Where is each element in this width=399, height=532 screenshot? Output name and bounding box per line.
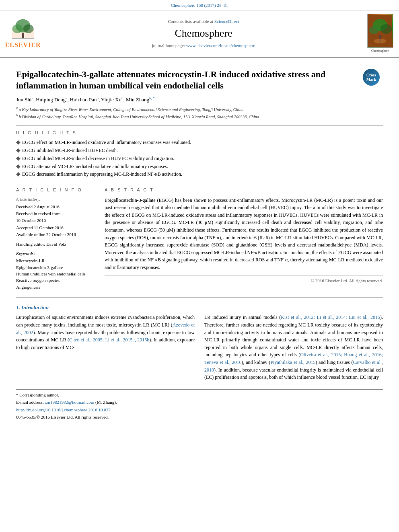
copyright-line: © 2016 Elsevier Ltd. All rights reserved… bbox=[105, 275, 383, 284]
homepage-line: journal homepage: www.elsevier.com/locat… bbox=[45, 43, 362, 49]
journal-citation: Chemosphere 168 (2017) 25–31 bbox=[0, 0, 399, 10]
author-huiping-deng: Huiping Deng bbox=[36, 97, 66, 103]
svg-point-2 bbox=[12, 24, 23, 33]
corresponding-note: * Corresponding author. bbox=[16, 392, 383, 398]
divider-3 bbox=[16, 297, 383, 298]
author-jun-shi: Jun Shi bbox=[16, 97, 32, 103]
svg-rect-4 bbox=[22, 33, 24, 38]
available-date: Available online 22 October 2016 bbox=[16, 232, 97, 238]
revised-label: Received in revised form bbox=[16, 211, 97, 217]
journal-title-display: Chemosphere bbox=[45, 26, 362, 41]
affiliation-b: b b Division of Cardiology, TongRen Hosp… bbox=[16, 113, 383, 120]
author-yinjie-xu: Yinjie Xu bbox=[101, 97, 121, 103]
journal-thumbnail: Chemosphere bbox=[366, 14, 394, 53]
keyword-5: Angiogenesis bbox=[16, 284, 97, 290]
abstract-text: Epigallocatechin-3-gallate (EGCG) has be… bbox=[105, 197, 383, 271]
authors-line: Jun Shia, Huiping Denga, Huichao Panb, Y… bbox=[16, 96, 383, 104]
introduction-heading: 1. Introduction bbox=[16, 304, 383, 311]
email-line: E-mail address: zm19821982@hotmail.com (… bbox=[16, 399, 383, 405]
crossmark-badge: CrossMark bbox=[363, 69, 383, 89]
author-huichao-pan: Huichao Pan bbox=[70, 97, 97, 103]
highlights-section: H I G H L I G H T S ◆ EGCG effect on MC-… bbox=[16, 130, 383, 178]
abstract-column: A B S T R A C T Epigallocatechin-3-galla… bbox=[105, 187, 383, 291]
bullet-2: ◆ bbox=[16, 147, 21, 154]
svg-point-11 bbox=[374, 39, 386, 43]
bullet-5: ◆ bbox=[16, 171, 21, 178]
keywords-label: Keywords: bbox=[16, 251, 97, 257]
keyword-2: Epigallocatechin-3-gallate bbox=[16, 265, 97, 271]
email-address[interactable]: zm19821982@hotmail.com bbox=[45, 400, 94, 405]
received-date: Received 2 August 2016 bbox=[16, 204, 97, 210]
divider-1 bbox=[16, 125, 383, 126]
svg-point-8 bbox=[369, 26, 379, 34]
history-label: Article history: bbox=[16, 197, 97, 202]
bullet-1: ◆ bbox=[16, 139, 21, 146]
intro-left-text: Eutrophication of aquatic environments i… bbox=[16, 314, 195, 351]
highlight-item-4: ◆ EGCG attenuated MC-LR-mediated oxidati… bbox=[16, 163, 383, 170]
intro-right-col: LR induced injury in animal models (Kist… bbox=[204, 314, 383, 381]
article-title: Epigallocatechin-3-gallate attenuates mi… bbox=[16, 69, 383, 92]
highlight-item-3: ◆ EGCG inhibited MC-LR-induced decrease … bbox=[16, 155, 383, 162]
article-info-column: A R T I C L E I N F O Article history: R… bbox=[16, 187, 97, 291]
compared-word: Compared bbox=[335, 235, 355, 240]
info-abstract-columns: A R T I C L E I N F O Article history: R… bbox=[16, 187, 383, 291]
elsevier-wordmark: ELSEVIER bbox=[5, 41, 41, 49]
journal-center-info: Contents lists available at ScienceDirec… bbox=[45, 18, 362, 49]
issn-line: 0045-6535/© 2016 Elsevier Ltd. All right… bbox=[16, 414, 383, 420]
header-band: ELSEVIER Contents lists available at Sci… bbox=[0, 10, 399, 57]
main-content: Epigallocatechin-3-gallate attenuates mi… bbox=[0, 58, 399, 430]
highlight-item-1: ◆ EGCG effect on MC-LR-induced oxidative… bbox=[16, 139, 383, 146]
intro-columns: Eutrophication of aquatic environments i… bbox=[16, 314, 383, 381]
contents-line: Contents lists available at ScienceDirec… bbox=[45, 18, 362, 25]
doi-line: http://dx.doi.org/10.1016/j.chemosphere.… bbox=[16, 407, 383, 413]
author-min-zhang: Min Zhang bbox=[126, 97, 149, 103]
doi-link[interactable]: http://dx.doi.org/10.1016/j.chemosphere.… bbox=[16, 407, 111, 412]
thumb-image bbox=[367, 14, 393, 48]
accepted-date: Accepted 11 October 2016 bbox=[16, 225, 97, 231]
keyword-3: Human umbilical vein endothelial cells bbox=[16, 271, 97, 277]
keyword-1: Microcystin-LR bbox=[16, 258, 97, 264]
elsevier-tree-icon bbox=[7, 18, 39, 40]
bullet-4: ◆ bbox=[16, 163, 21, 170]
thumb-label: Chemosphere bbox=[371, 49, 389, 53]
article-history: Article history: Received 2 August 2016 … bbox=[16, 197, 97, 291]
affiliation-a: a a Key Laboratory of Yangtze River Wate… bbox=[16, 106, 383, 113]
homepage-url[interactable]: www.elsevier.com/locate/chemosphere bbox=[186, 43, 255, 48]
divider-2 bbox=[16, 182, 383, 182]
highlight-item-5: ◆ EGCG decreased inflammation by suppres… bbox=[16, 171, 383, 178]
revised-date: 10 October 2016 bbox=[16, 218, 97, 224]
highlights-label: H I G H L I G H T S bbox=[16, 130, 383, 136]
svg-point-9 bbox=[380, 24, 392, 34]
svg-point-3 bbox=[23, 24, 34, 33]
intro-left-col: Eutrophication of aquatic environments i… bbox=[16, 314, 195, 381]
abstract-label: A B S T R A C T bbox=[105, 187, 383, 193]
handling-editor: Handling editor: David Volz bbox=[16, 241, 97, 247]
keyword-4: Reactive oxygen species bbox=[16, 277, 97, 283]
bullet-3: ◆ bbox=[16, 155, 21, 162]
introduction-section: 1. Introduction Eutrophication of aquati… bbox=[16, 304, 383, 381]
sciencedirect-link[interactable]: ScienceDirect bbox=[214, 19, 239, 24]
elsevier-logo: ELSEVIER bbox=[5, 18, 41, 49]
article-info-label: A R T I C L E I N F O bbox=[16, 187, 97, 193]
highlight-item-2: ◆ EGCG inhibited MC-LR-induced HUVEC dea… bbox=[16, 147, 383, 154]
intro-right-text: LR induced injury in animal models (Kist… bbox=[204, 314, 383, 381]
affiliations-block: a a Key Laboratory of Yangtze River Wate… bbox=[16, 106, 383, 120]
citation-text: Chemosphere 168 (2017) 25–31 bbox=[171, 3, 228, 8]
footnote-area: * Corresponding author. E-mail address: … bbox=[16, 389, 383, 421]
